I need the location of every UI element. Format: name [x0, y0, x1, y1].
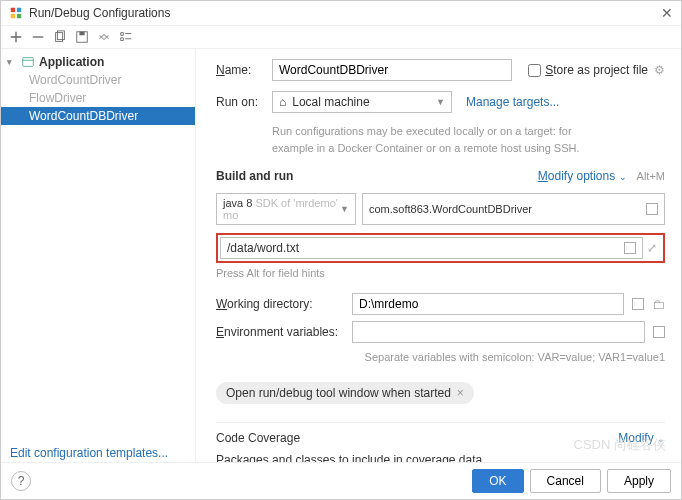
env-input[interactable]	[352, 321, 645, 343]
add-icon[interactable]	[9, 30, 23, 44]
cancel-button[interactable]: Cancel	[530, 469, 601, 493]
expand-icon[interactable]	[97, 30, 111, 44]
runon-label: Run on:	[216, 95, 272, 109]
chevron-down-icon: ▼	[436, 97, 445, 107]
env-label: Environment variables:	[216, 325, 344, 339]
sidebar-item-label: WordCountDBDriver	[29, 109, 138, 123]
runon-hint: Run configurations may be executed local…	[272, 123, 602, 156]
modify-shortcut: Alt+M	[637, 168, 665, 185]
name-input[interactable]	[272, 59, 512, 81]
svg-rect-3	[17, 14, 21, 18]
chip-label: Open run/debug tool window when started	[226, 386, 451, 400]
svg-rect-2	[11, 14, 15, 18]
sdk-combo[interactable]: java 8 SDK of 'mrdemo' mo ▼	[216, 193, 356, 225]
tree-root-application[interactable]: ▾ Application	[1, 53, 195, 71]
svg-rect-7	[79, 32, 84, 36]
chip-close-icon[interactable]: ×	[457, 386, 464, 400]
modify-options-link[interactable]: Modify options ⌄	[538, 169, 627, 183]
divider	[216, 422, 665, 423]
build-run-title: Build and run	[216, 169, 293, 183]
args-hint: Press Alt for field hints	[216, 265, 665, 282]
gear-icon[interactable]: ⚙	[654, 63, 665, 77]
save-icon[interactable]	[75, 30, 89, 44]
apply-button[interactable]: Apply	[607, 469, 671, 493]
machine-icon: ⌂	[279, 95, 286, 109]
insert-icon[interactable]	[632, 298, 644, 310]
application-icon	[21, 55, 35, 69]
filter-icon[interactable]	[119, 30, 133, 44]
store-project-file-checkbox[interactable]: Store as project file	[528, 63, 648, 77]
list-icon[interactable]	[646, 203, 658, 215]
insert-icon[interactable]	[624, 242, 636, 254]
coverage-modify-link[interactable]: Modify ⌄	[618, 431, 665, 445]
expand-field-icon[interactable]: ⤢	[643, 237, 661, 259]
main-panel: Name: Store as project file ⚙ Run on: ⌂ …	[196, 49, 681, 462]
coverage-title: Code Coverage	[216, 431, 300, 445]
chevron-down-icon: ▼	[340, 204, 349, 214]
runon-combo[interactable]: ⌂ Local machine ▼	[272, 91, 452, 113]
manage-targets-link[interactable]: Manage targets...	[466, 95, 559, 109]
remove-icon[interactable]	[31, 30, 45, 44]
main-class-value: com.soft863.WordCountDBDriver	[369, 203, 532, 215]
close-icon[interactable]: ✕	[661, 5, 673, 21]
open-tool-window-chip[interactable]: Open run/debug tool window when started …	[216, 382, 474, 404]
browse-icon[interactable]: 🗀	[652, 297, 665, 312]
name-label: Name:	[216, 63, 272, 77]
workdir-input[interactable]	[352, 293, 624, 315]
titlebar: Run/Debug Configurations ✕	[1, 1, 681, 26]
coverage-pkg-label: Packages and classes to include in cover…	[216, 453, 665, 463]
tree-root-label: Application	[39, 55, 104, 69]
copy-icon[interactable]	[53, 30, 67, 44]
program-args-value: /data/word.txt	[227, 241, 299, 255]
edit-templates-link[interactable]: Edit configuration templates...	[10, 446, 168, 460]
runon-value: Local machine	[292, 95, 369, 109]
main-class-field[interactable]: com.soft863.WordCountDBDriver	[362, 193, 665, 225]
window-title: Run/Debug Configurations	[29, 6, 661, 20]
sidebar-item-wordcountdbdriver[interactable]: WordCountDBDriver	[1, 107, 195, 125]
caret-down-icon: ▾	[7, 57, 17, 67]
toolbar	[1, 26, 681, 49]
env-hint: Separate variables with semicolon: VAR=v…	[216, 349, 665, 366]
svg-rect-8	[23, 58, 34, 67]
sidebar-item-flowdriver[interactable]: FlowDriver	[1, 89, 195, 107]
svg-rect-0	[11, 8, 15, 12]
svg-rect-1	[17, 8, 21, 12]
sidebar-item-label: FlowDriver	[29, 91, 86, 105]
app-logo-icon	[9, 6, 23, 20]
program-args-field[interactable]: /data/word.txt	[220, 237, 643, 259]
workdir-label: Working directory:	[216, 297, 344, 311]
list-icon[interactable]	[653, 326, 665, 338]
store-checkbox[interactable]	[528, 64, 541, 77]
store-label: Store as project file	[545, 63, 648, 77]
button-bar: ? OK Cancel Apply	[1, 462, 681, 499]
sidebar-item-wordcountdriver[interactable]: WordCountDriver	[1, 71, 195, 89]
sidebar: ▾ Application WordCountDriver FlowDriver…	[1, 49, 196, 462]
help-button[interactable]: ?	[11, 471, 31, 491]
sidebar-item-label: WordCountDriver	[29, 73, 121, 87]
program-args-highlight: /data/word.txt ⤢	[216, 233, 665, 263]
ok-button[interactable]: OK	[472, 469, 523, 493]
